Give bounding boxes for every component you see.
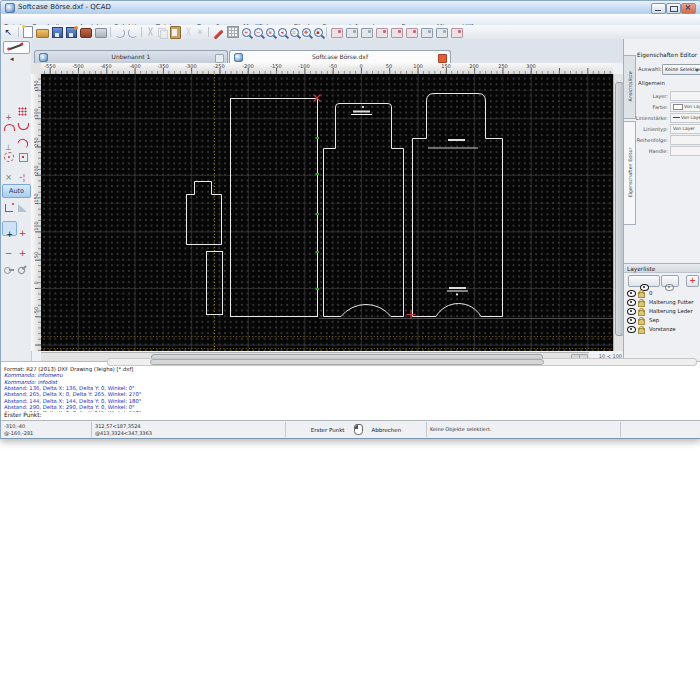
snap-middle-icon[interactable] bbox=[16, 150, 29, 163]
panel-toggle-2-icon[interactable] bbox=[346, 28, 358, 38]
command-prompt[interactable]: Erster Punkt: bbox=[1, 412, 700, 420]
save-as-icon[interactable] bbox=[66, 27, 77, 38]
export-pdf-icon[interactable] bbox=[95, 28, 107, 38]
field-value-linientyp[interactable]: Von Layer bbox=[670, 124, 700, 134]
snap-coordinate-polar-icon[interactable]: − bbox=[2, 241, 15, 254]
selection-pointer-icon[interactable]: ↖ bbox=[5, 27, 15, 38]
minimize-button[interactable] bbox=[651, 3, 666, 14]
field-label-layer: Layer: bbox=[628, 93, 668, 99]
layer-row-halterung-futter[interactable]: Halterung Futter bbox=[626, 298, 699, 307]
panel-toggle-9-icon[interactable] bbox=[451, 28, 463, 38]
reset-tool-icon[interactable]: ✳ bbox=[196, 28, 205, 37]
save-icon[interactable] bbox=[52, 27, 63, 38]
toggle-all-layers-button[interactable] bbox=[628, 275, 660, 287]
snap-x-icon[interactable]: + bbox=[16, 241, 29, 254]
grid-toggle-icon[interactable] bbox=[227, 26, 239, 38]
auto-zoom-icon[interactable]: a bbox=[266, 28, 275, 37]
panel-toggle-6-icon[interactable] bbox=[406, 28, 418, 38]
panel-toggle-5-icon[interactable] bbox=[391, 28, 403, 38]
tab-softcase-boerse[interactable]: Softcase Börse.dxf bbox=[229, 50, 451, 63]
relative-zero-cross-marker bbox=[407, 310, 416, 319]
title-bar[interactable]: Softcase Börse.dxf - QCAD bbox=[1, 1, 700, 14]
ruler-label: 0 bbox=[33, 275, 39, 291]
status-bar: -310,-40 @-160,-281 312,57<187,3524 @413… bbox=[1, 420, 700, 438]
snap-auto-button[interactable]: Auto bbox=[2, 184, 31, 198]
hide-all-layers-button[interactable] bbox=[661, 275, 679, 287]
snap-coordinate-icon[interactable]: + bbox=[16, 221, 29, 234]
zoom-in-icon[interactable]: + bbox=[242, 28, 251, 37]
drawing-canvas[interactable] bbox=[41, 74, 613, 351]
ruler-label: 0 bbox=[354, 63, 368, 69]
layer-row-sep[interactable]: Sep bbox=[626, 316, 699, 325]
snap-grid-icon[interactable] bbox=[16, 105, 29, 118]
layer-visibility-icon[interactable] bbox=[627, 290, 636, 297]
panel-toggle-8-icon[interactable] bbox=[436, 28, 448, 38]
pan-icon[interactable]: ✥ bbox=[302, 28, 311, 37]
command-history-scrollbar-thumb[interactable] bbox=[150, 359, 544, 365]
tab-close-icon[interactable] bbox=[215, 54, 224, 63]
ruler-label: 200 bbox=[33, 162, 39, 178]
close-button[interactable] bbox=[681, 3, 696, 14]
undo-icon[interactable] bbox=[115, 28, 125, 38]
restrict-angle-icon[interactable] bbox=[16, 201, 29, 214]
snap-intersection-icon[interactable]: × bbox=[2, 165, 15, 178]
layer-visibility-icon[interactable] bbox=[627, 326, 636, 333]
zoom-out-icon[interactable]: − bbox=[254, 28, 263, 37]
snap-center-icon[interactable] bbox=[2, 150, 15, 163]
redo-icon[interactable] bbox=[128, 28, 138, 38]
ruler-label: -550 bbox=[43, 63, 57, 69]
zoom-window-icon[interactable]: ▫ bbox=[290, 28, 299, 37]
open-file-icon[interactable] bbox=[36, 29, 49, 38]
layer-visibility-icon[interactable] bbox=[627, 299, 636, 306]
layer-lock-icon[interactable] bbox=[638, 328, 645, 334]
panel-toggle-3-icon[interactable] bbox=[361, 28, 373, 38]
panel-toggle-4-icon[interactable] bbox=[376, 28, 388, 38]
ruler-label: -250 bbox=[212, 63, 226, 69]
snap-tangential-icon[interactable] bbox=[16, 135, 29, 148]
lock-relative-zero-icon[interactable] bbox=[2, 263, 15, 276]
print-icon[interactable] bbox=[80, 28, 92, 38]
layer-visibility-icon[interactable] bbox=[627, 317, 636, 324]
add-layer-button[interactable]: + bbox=[686, 275, 699, 287]
back-arrow-icon[interactable]: ◂ bbox=[10, 55, 14, 63]
snap-distance-icon[interactable]: -¦ bbox=[16, 165, 29, 178]
snap-perpendicular-icon[interactable]: ⊥ bbox=[2, 135, 15, 148]
field-value-reihenfolge[interactable] bbox=[670, 135, 700, 145]
snap-filter-icon[interactable] bbox=[16, 263, 29, 276]
field-value-handle[interactable] bbox=[670, 146, 700, 156]
snap-on-entity-icon[interactable] bbox=[16, 120, 29, 133]
command-history-scrollbar[interactable] bbox=[107, 358, 697, 366]
layer-row-vorstanze[interactable]: Vorstanze bbox=[626, 325, 699, 334]
draw-pencil-icon[interactable] bbox=[213, 30, 223, 40]
layer-row-0[interactable]: 0 bbox=[626, 289, 699, 298]
tab-close-icon[interactable] bbox=[438, 54, 447, 63]
paste-icon[interactable] bbox=[170, 26, 181, 39]
restrict-orthogonal-icon[interactable] bbox=[2, 201, 15, 214]
current-tool-button[interactable] bbox=[3, 41, 30, 54]
panel-toggle-1-icon[interactable] bbox=[331, 28, 343, 38]
copy-icon[interactable] bbox=[158, 28, 167, 37]
cut-icon[interactable] bbox=[146, 27, 155, 37]
panel-toggle-7-icon[interactable] bbox=[421, 28, 433, 38]
snap-endpoints-icon[interactable] bbox=[2, 120, 15, 133]
field-value-linienstaerke[interactable]: Von Layer bbox=[670, 113, 700, 123]
snap-free-icon[interactable]: + bbox=[2, 105, 15, 118]
zoom-selection-icon[interactable]: ▪ bbox=[314, 28, 323, 37]
delete-entity-icon[interactable] bbox=[184, 27, 193, 37]
layer-row-halterung-leder[interactable]: Halterung Leder bbox=[626, 307, 699, 316]
field-value-farbe[interactable]: Von Layer bbox=[670, 102, 700, 112]
selection-combobox[interactable]: Keine Selektion bbox=[662, 64, 700, 75]
body-outline-right bbox=[413, 94, 503, 317]
zoom-previous-icon[interactable]: ◂ bbox=[278, 28, 287, 37]
point-marker bbox=[362, 106, 364, 108]
field-value-layer[interactable] bbox=[670, 91, 700, 101]
set-relative-zero-icon[interactable]: + bbox=[2, 221, 17, 236]
layer-list-title: Layerliste bbox=[624, 263, 700, 273]
maximize-button[interactable] bbox=[666, 3, 681, 14]
command-history-area[interactable]: Format: R27 (2013) DXF Drawing (Teigha) … bbox=[1, 361, 700, 413]
new-document-icon[interactable] bbox=[23, 26, 33, 38]
layer-visibility-icon[interactable] bbox=[627, 308, 636, 315]
ruler-label: 250 bbox=[33, 134, 39, 150]
tab-unbenannt-1[interactable]: Unbenannt 1 bbox=[34, 50, 228, 63]
status-spacer bbox=[621, 422, 699, 437]
